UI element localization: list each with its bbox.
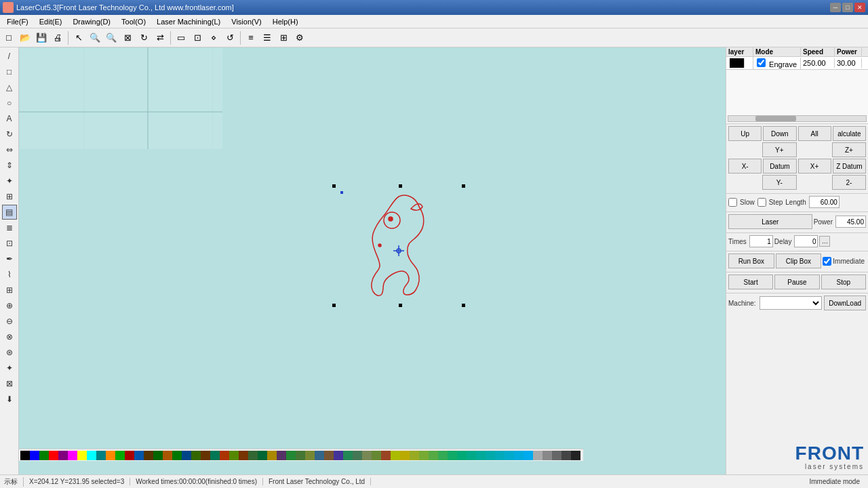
laser-power-input[interactable] [835,216,866,228]
handle-bm[interactable] [399,304,402,307]
color-swatch-10[interactable] [115,451,125,460]
import-tool[interactable]: ⬇ [2,392,17,407]
menu-item-tool-o-[interactable]: Tool(O) [116,17,151,26]
x-plus-button[interactable]: X+ [798,159,831,174]
color-swatch-16[interactable] [172,451,182,460]
y-plus-button[interactable]: Y+ [762,142,796,157]
slow-checkbox[interactable] [728,198,737,207]
menu-item-help-h-[interactable]: Help(H) [267,17,304,26]
color-swatch-19[interactable] [201,451,210,460]
x-minus-button[interactable]: X- [728,159,762,174]
hatch-tool[interactable]: ≣ [2,220,17,235]
color-swatch-11[interactable] [125,451,134,460]
layer-mode-checkbox[interactable] [757,58,766,67]
text-tool[interactable]: A [2,111,17,126]
node-edit-tool[interactable]: ✦ [2,174,17,188]
color-swatch-24[interactable] [248,451,258,460]
maximize-button[interactable]: □ [842,3,853,12]
canvas-area[interactable] [19,47,726,474]
color-swatch-4[interactable] [58,451,68,460]
color-swatch-20[interactable] [210,451,220,460]
color-swatch-58[interactable] [571,451,580,460]
color-swatch-18[interactable] [191,451,201,460]
handle-tr[interactable] [462,184,465,188]
z-datum-button[interactable]: Z Datum [833,159,866,174]
color-swatch-46[interactable] [457,451,467,460]
color-swatch-22[interactable] [229,451,239,460]
color-swatch-5[interactable] [68,451,77,460]
subtract-tool[interactable]: ⊖ [2,314,17,329]
color-swatch-13[interactable] [144,451,153,460]
color-swatch-17[interactable] [182,451,191,460]
color-swatch-32[interactable] [324,451,334,460]
menu-item-edit-e-[interactable]: Edit(E) [34,17,68,26]
color-swatch-38[interactable] [381,451,391,460]
color-swatch-30[interactable] [305,451,315,460]
offset-tool[interactable]: ⊡ [2,236,17,251]
color-swatch-31[interactable] [315,451,324,460]
handle-tm[interactable] [399,184,402,188]
menu-item-vision-v-[interactable]: Vision(V) [226,17,267,26]
times-input[interactable] [749,235,773,247]
color-swatch-44[interactable] [438,451,448,460]
clip-box-button[interactable]: Clip Box [776,253,822,268]
color-swatch-34[interactable] [343,451,353,460]
pen-tool[interactable]: ✒ [2,251,17,266]
mirror-v-tool[interactable]: ⇕ [2,158,17,173]
color-swatch-9[interactable] [106,451,115,460]
y-minus-button[interactable]: Y- [762,175,796,190]
bezier-tool[interactable]: ⌇ [2,267,17,282]
intersect-tool[interactable]: ⊗ [2,329,17,344]
scroll-thumb[interactable] [755,116,796,121]
color-swatch-0[interactable] [20,451,30,460]
weld-tool[interactable]: ✦ [2,361,17,375]
color-swatch-42[interactable] [419,451,429,460]
rectangle-tool[interactable]: □ [2,64,17,79]
pointer-tool[interactable]: / [2,49,17,64]
menu-item-laser-machining-l-[interactable]: Laser Machining(L) [151,17,226,26]
color-swatch-28[interactable] [286,451,296,460]
color-swatch-23[interactable] [239,451,248,460]
menu-item-drawing-d-[interactable]: Drawing(D) [67,17,116,26]
mirror-button[interactable]: ⇄ [153,30,167,45]
color-swatch-14[interactable] [153,451,163,460]
settings-button[interactable]: ⚙ [292,30,307,45]
ellipse-tool[interactable]: ○ [2,96,17,110]
rect-button[interactable]: ▭ [174,30,189,45]
select-button[interactable]: ↖ [71,30,86,45]
run-box-button[interactable]: Run Box [728,253,774,268]
download-button[interactable]: DownLoad [824,296,866,310]
color-swatch-54[interactable] [533,451,542,460]
color-swatch-45[interactable] [448,451,457,460]
menu-item-file-f-[interactable]: File(F) [1,17,34,26]
color-swatch-53[interactable] [524,451,533,460]
color-swatch-6[interactable] [77,451,87,460]
color-swatch-36[interactable] [362,451,372,460]
open-button[interactable]: 📂 [18,30,33,45]
handle-tl[interactable] [332,184,336,188]
color-swatch-43[interactable] [429,451,438,460]
z-minus-button[interactable]: 2- [832,175,866,190]
layer-row-0[interactable]: Engrave 250.00 30.00 [726,57,868,69]
immediate-checkbox[interactable] [823,257,831,266]
save-button[interactable]: 💾 [34,30,49,45]
down-button[interactable]: Down [763,126,796,141]
rotate-button[interactable]: ↻ [136,30,151,45]
color-swatch-56[interactable] [552,451,561,460]
align-left-button[interactable]: ≡ [243,30,258,45]
up-button[interactable]: Up [728,126,762,141]
color-swatch-57[interactable] [561,451,571,460]
layer-scrollbar[interactable] [728,115,867,122]
contour-tool[interactable]: ⊠ [2,376,17,391]
select-tool[interactable]: ▤ [2,205,17,220]
close-button[interactable]: ✕ [854,3,865,12]
select-area-button[interactable]: ⊡ [190,30,205,45]
datum-button[interactable]: Datum [763,159,796,174]
color-swatch-48[interactable] [476,451,486,460]
length-input[interactable] [809,196,840,208]
color-swatch-39[interactable] [391,451,400,460]
color-swatch-2[interactable] [39,451,49,460]
color-swatch-33[interactable] [334,451,343,460]
undo-button[interactable]: ↺ [222,30,237,45]
machine-select[interactable] [760,296,823,310]
